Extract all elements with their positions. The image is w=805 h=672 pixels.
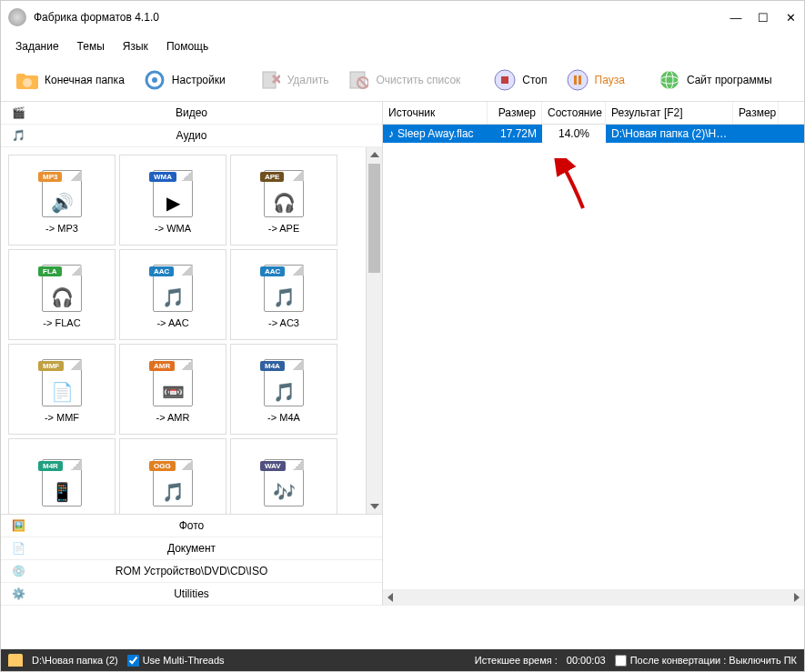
format-cell-ogg[interactable]: OGG🎵 xyxy=(119,438,226,514)
delete-button: Удалить xyxy=(251,65,337,95)
svg-point-13 xyxy=(568,70,588,90)
globe-icon xyxy=(658,68,681,92)
menu-help[interactable]: Помощь xyxy=(159,37,216,55)
pause-button[interactable]: Пауза xyxy=(558,65,632,95)
format-icon: WAV🎶 xyxy=(262,456,306,507)
svg-point-2 xyxy=(23,78,32,87)
format-cell-aac[interactable]: AAC🎵-> AAC xyxy=(119,249,226,340)
format-cell-ape[interactable]: APE🎧-> APE xyxy=(230,155,337,246)
multithreads-toggle[interactable]: Use Multi-Threads xyxy=(127,655,225,667)
format-grid: MP3🔊-> MP3WMA▶-> WMAAPE🎧-> APEFLA🎧-> FLA… xyxy=(1,147,366,514)
video-icon: 🎬 xyxy=(8,104,28,122)
clear-list-label: Очистить список xyxy=(376,74,460,86)
col-header-state[interactable]: Состояние xyxy=(542,102,606,124)
multithreads-checkbox[interactable] xyxy=(127,655,139,667)
toolbar: Конечная папка Настройки Удалить Очистит… xyxy=(1,59,804,102)
category-utilities[interactable]: ⚙️ Utilities xyxy=(1,583,382,606)
category-utilities-label: Utilities xyxy=(35,587,375,600)
stop-icon xyxy=(493,68,517,92)
stop-button[interactable]: Стоп xyxy=(486,65,554,95)
format-cell-m4a[interactable]: M4A🎵-> M4A xyxy=(230,344,337,435)
category-audio[interactable]: 🎵 Аудио xyxy=(1,125,382,147)
gear-icon: ⚙️ xyxy=(8,585,28,603)
category-rom[interactable]: 💿 ROM Устройство\DVD\CD\ISO xyxy=(1,560,382,583)
menu-language[interactable]: Язык xyxy=(116,37,156,55)
statusbar: D:\Новая папка (2) Use Multi-Threads Ист… xyxy=(1,649,804,671)
format-icon: AMR📼 xyxy=(151,356,195,406)
menu-task[interactable]: Задание xyxy=(8,37,66,55)
format-icon: APE🎧 xyxy=(262,166,306,217)
menu-themes[interactable]: Темы xyxy=(70,37,112,55)
format-icon: MP3🔊 xyxy=(40,166,84,217)
category-rom-label: ROM Устройство\DVD\CD\ISO xyxy=(35,565,375,577)
titlebar: Фабрика форматов 4.1.0 — ☐ ✕ xyxy=(1,1,804,34)
format-cell-m4r[interactable]: M4R📱 xyxy=(8,438,116,514)
disc-icon: 💿 xyxy=(8,562,28,580)
col-header-source[interactable]: Источник xyxy=(383,102,488,124)
format-icon: M4R📱 xyxy=(40,456,84,507)
shutdown-label: После конвертации : Выключить ПК xyxy=(630,655,797,666)
photo-icon: 🖼️ xyxy=(8,517,28,535)
category-document[interactable]: 📄 Документ xyxy=(1,537,382,560)
svg-rect-1 xyxy=(16,74,25,78)
col-header-rsize[interactable]: Размер xyxy=(733,102,779,124)
shutdown-checkbox[interactable] xyxy=(615,655,627,667)
category-document-label: Документ xyxy=(35,542,375,555)
format-label: -> MMF xyxy=(45,412,79,423)
minimize-button[interactable]: — xyxy=(730,11,742,24)
horizontal-scrollbar[interactable] xyxy=(383,589,804,606)
format-label: -> FLAC xyxy=(43,317,80,328)
scrollbar-thumb[interactable] xyxy=(368,164,380,273)
cell-state: 14.0% xyxy=(542,125,606,143)
status-folder[interactable]: D:\Новая папка (2) xyxy=(32,655,118,666)
pause-label: Пауза xyxy=(595,74,625,86)
settings-label: Настройки xyxy=(172,74,226,86)
folder-icon xyxy=(15,68,39,92)
format-cell-aac[interactable]: AAC🎵-> AC3 xyxy=(230,249,337,340)
svg-rect-12 xyxy=(501,76,508,84)
shutdown-toggle[interactable]: После конвертации : Выключить ПК xyxy=(615,655,797,667)
format-cell-amr[interactable]: AMR📼-> AMR xyxy=(119,344,226,435)
close-button[interactable]: ✕ xyxy=(784,11,797,24)
audio-icon: 🎵 xyxy=(8,126,28,145)
cell-size: 17.72M xyxy=(488,125,542,143)
format-cell-fla[interactable]: FLA🎧-> FLAC xyxy=(8,249,116,340)
output-folder-button[interactable]: Конечная папка xyxy=(8,65,132,95)
settings-button[interactable]: Настройки xyxy=(136,65,233,95)
list-row[interactable]: ♪Sleep Away.flac 17.72M 14.0% D:\Новая п… xyxy=(383,125,804,143)
maximize-button[interactable]: ☐ xyxy=(757,11,770,24)
cell-source: ♪Sleep Away.flac xyxy=(383,125,488,143)
svg-rect-14 xyxy=(574,75,577,85)
website-button[interactable]: Сайт программы xyxy=(650,65,780,95)
clear-icon xyxy=(347,68,370,92)
format-cell-mmf[interactable]: MMF📄-> MMF xyxy=(8,344,116,435)
col-header-size[interactable]: Размер xyxy=(488,102,542,124)
list-header: Источник Размер Состояние Результат [F2]… xyxy=(383,102,804,125)
main-content: 🎬 Видео 🎵 Аудио MP3🔊-> MP3WMA▶-> WMAAPE🎧… xyxy=(1,102,804,606)
format-label: -> MP3 xyxy=(45,223,78,234)
col-header-result[interactable]: Результат [F2] xyxy=(606,102,733,124)
format-icon: AAC🎵 xyxy=(262,261,306,312)
folder-icon[interactable] xyxy=(8,654,23,667)
music-file-icon: ♪ xyxy=(388,127,394,140)
gear-icon xyxy=(143,68,166,92)
format-icon: WMA▶ xyxy=(151,166,195,217)
vertical-scrollbar[interactable] xyxy=(366,147,382,514)
stop-label: Стоп xyxy=(522,74,547,86)
category-photo-label: Фото xyxy=(35,519,375,532)
format-cell-wav[interactable]: WAV🎶 xyxy=(230,438,337,514)
category-audio-label: Аудио xyxy=(35,129,375,142)
format-cell-mp3[interactable]: MP3🔊-> MP3 xyxy=(8,155,116,246)
svg-point-16 xyxy=(660,71,679,89)
output-folder-label: Конечная папка xyxy=(45,74,125,86)
format-icon: FLA🎧 xyxy=(40,261,84,312)
elapsed-value: 00:00:03 xyxy=(567,655,606,666)
svg-rect-15 xyxy=(579,75,581,85)
category-video[interactable]: 🎬 Видео xyxy=(1,102,382,125)
document-icon: 📄 xyxy=(8,539,28,557)
format-cell-wma[interactable]: WMA▶-> WMA xyxy=(119,155,226,246)
elapsed-label: Истекшее время : xyxy=(475,655,558,666)
website-label: Сайт программы xyxy=(687,74,772,86)
category-photo[interactable]: 🖼️ Фото xyxy=(1,515,382,537)
svg-point-4 xyxy=(152,77,157,83)
